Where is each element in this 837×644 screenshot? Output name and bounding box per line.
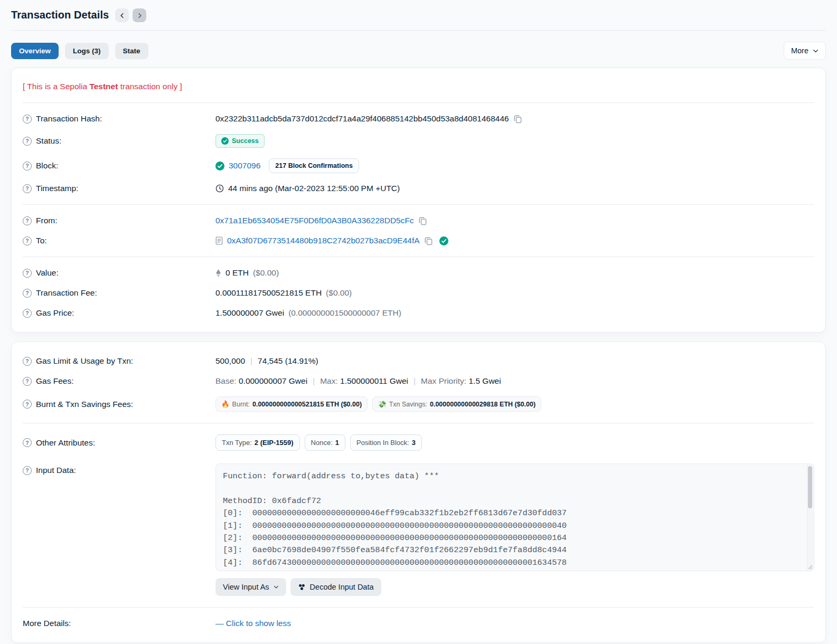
- input-data-textarea[interactable]: Function: forward(address to,bytes data)…: [215, 463, 814, 571]
- row-value: Txn Type: 2 (EIP-1559) Nonce: 1 Position…: [215, 434, 814, 451]
- nonce-badge: Nonce: 1: [305, 434, 345, 451]
- input-data-line: [5]: b4c00000000000000000000000000000000…: [223, 569, 796, 571]
- help-icon[interactable]: [23, 377, 32, 386]
- row-label: Gas Fees:: [23, 376, 215, 386]
- burnt-fee-label: Burnt:: [232, 401, 250, 408]
- block-number-link[interactable]: 3007096: [229, 161, 260, 171]
- nonce-value: 1: [335, 439, 339, 447]
- row-value: 3007096 217 Block Confirmations: [215, 158, 814, 173]
- help-icon[interactable]: [23, 184, 32, 193]
- section-hash-status-block: Transaction Hash: 0x2322b311adcb5da737d0…: [23, 103, 814, 204]
- tab-overview[interactable]: Overview: [11, 43, 59, 59]
- more-button[interactable]: More: [784, 42, 826, 60]
- ethereum-icon: [215, 269, 221, 278]
- transaction-details-page: Transaction Details Overview Logs (3) St…: [0, 0, 837, 643]
- help-icon[interactable]: [23, 357, 32, 366]
- help-icon[interactable]: [23, 269, 32, 278]
- input-data-line: MethodID: 0x6fadcf72: [223, 495, 796, 507]
- row-label: To:: [23, 236, 215, 245]
- chevron-down-icon: [813, 48, 819, 54]
- help-icon[interactable]: [23, 216, 32, 225]
- input-data-label: Input Data:: [36, 466, 76, 475]
- position-in-block-badge: Position In Block: 3: [350, 434, 422, 451]
- from-address-link[interactable]: 0x71a1Eb6534054E75F0D6fD0A3B0A336228DD5c…: [215, 216, 414, 225]
- transaction-fee-row: Transaction Fee: 0.000111817500521815 ET…: [23, 283, 814, 303]
- row-value: — Click to show less: [215, 619, 814, 628]
- txn-type-value: 2 (EIP-1559): [255, 439, 294, 447]
- status-label: Status:: [36, 136, 61, 146]
- row-label: Burnt & Txn Savings Fees:: [23, 400, 215, 409]
- page-header: Transaction Details: [11, 7, 826, 22]
- scrollbar-track[interactable]: [807, 465, 813, 570]
- help-icon[interactable]: [23, 438, 32, 447]
- row-value: 0x71a1Eb6534054E75F0D6fD0A3B0A336228DD5c…: [215, 216, 814, 225]
- gas-fees-label: Gas Fees:: [36, 376, 74, 386]
- other-attributes-row: Other Attributes: Txn Type: 2 (EIP-1559)…: [23, 429, 814, 456]
- transaction-hash-value: 0x2322b311adcb5da737d012cdcf71a4a29f4068…: [215, 114, 509, 124]
- base-fee-label: Base:: [215, 376, 237, 386]
- row-value: 0.000111817500521815 ETH ($0.00): [215, 288, 814, 298]
- row-label: Block:: [23, 161, 215, 171]
- copy-from-address-button[interactable]: [418, 216, 427, 225]
- gas-usage-value: 74,545 (14.91%): [258, 356, 318, 366]
- tab-state[interactable]: State: [115, 43, 148, 59]
- from-label: From:: [36, 216, 57, 225]
- help-icon[interactable]: [23, 466, 32, 475]
- next-transaction-button[interactable]: [133, 8, 146, 22]
- money-wings-icon: 💸: [378, 400, 387, 408]
- help-icon[interactable]: [23, 400, 32, 409]
- block-row: Block: 3007096 217 Block Confirmations: [23, 153, 814, 178]
- txn-savings-badge: 💸 Txn Savings: 0.00000000000029818 ETH (…: [372, 396, 541, 412]
- tab-logs[interactable]: Logs (3): [65, 43, 109, 59]
- section-more-details: More Details: — Click to show less: [23, 608, 814, 639]
- help-icon[interactable]: [23, 289, 32, 298]
- row-value: 0x2322b311adcb5da737d012cdcf71a4a29f4068…: [215, 114, 814, 124]
- copy-transaction-hash-button[interactable]: [513, 115, 522, 124]
- previous-transaction-button[interactable]: [115, 8, 129, 22]
- txn-type-badge: Txn Type: 2 (EIP-1559): [215, 434, 300, 451]
- transaction-hash-label: Transaction Hash:: [36, 114, 102, 124]
- help-icon[interactable]: [23, 115, 32, 124]
- scrollbar-thumb[interactable]: [808, 466, 812, 508]
- gas-limit-usage-row: Gas Limit & Usage by Txn: 500,000 | 74,5…: [23, 351, 814, 371]
- row-label: Gas Limit & Usage by Txn:: [23, 356, 215, 366]
- value-amount: 0 ETH: [225, 268, 249, 278]
- section-from-to: From: 0x71a1Eb6534054E75F0D6fD0A3B0A3362…: [23, 205, 814, 257]
- position-in-block-value: 3: [412, 439, 416, 447]
- resize-grip-icon[interactable]: [808, 565, 813, 570]
- decode-input-data-button[interactable]: Decode Input Data: [290, 578, 381, 596]
- transaction-gas-card: Gas Limit & Usage by Txn: 500,000 | 74,5…: [11, 342, 826, 643]
- testnet-warning-bold: Testnet: [89, 82, 118, 91]
- input-data-line: [4]: 86fd6743000000000000000000000000000…: [223, 557, 796, 569]
- status-badge: Success: [215, 134, 265, 148]
- help-icon[interactable]: [23, 137, 32, 146]
- txn-type-label: Txn Type:: [222, 439, 252, 447]
- copy-to-address-button[interactable]: [424, 236, 433, 245]
- transaction-fee-label: Transaction Fee:: [36, 288, 97, 298]
- view-input-as-button[interactable]: View Input As: [215, 578, 286, 596]
- row-label: Input Data:: [23, 466, 215, 475]
- max-priority-fee-value: 1.5 Gwei: [468, 376, 501, 386]
- burnt-fee-value: 0.000000000000521815 ETH ($0.00): [252, 401, 362, 408]
- help-icon[interactable]: [23, 236, 32, 245]
- to-address-link[interactable]: 0xA3f07D6773514480b918C2742b027b3acD9E44…: [227, 236, 420, 245]
- chevron-down-icon: [274, 584, 279, 590]
- row-value: Success: [215, 134, 814, 148]
- timestamp-row: Timestamp: 44 mins ago (Mar-02-2023 12:5…: [23, 178, 814, 198]
- help-icon[interactable]: [23, 162, 32, 171]
- txn-savings-value: 0.00000000000029818 ETH ($0.00): [430, 401, 535, 408]
- transaction-hash-row: Transaction Hash: 0x2322b311adcb5da737d0…: [23, 109, 814, 129]
- input-data-container: Function: forward(address to,bytes data)…: [215, 463, 814, 596]
- transaction-fee-usd: ($0.00): [326, 288, 352, 298]
- row-label: Transaction Hash:: [23, 114, 215, 124]
- input-data-actions: View Input As Decode Input Data: [215, 578, 814, 596]
- help-icon[interactable]: [23, 309, 32, 318]
- gas-price-gwei: 1.500000007 Gwei: [215, 308, 284, 318]
- row-value: 0xA3f07D6773514480b918C2742b027b3acD9E44…: [215, 236, 814, 245]
- decode-blocks-icon: [298, 583, 306, 591]
- to-row: To: 0xA3f07D6773514480b918C2742b027b3acD…: [23, 231, 814, 251]
- timestamp-value: 44 mins ago (Mar-02-2023 12:55:00 PM +UT…: [228, 184, 400, 193]
- base-fee-value: 0.000000007 Gwei: [239, 376, 307, 386]
- testnet-warning-post: transaction only ]: [118, 82, 182, 91]
- click-to-show-less-link[interactable]: — Click to show less: [215, 619, 291, 628]
